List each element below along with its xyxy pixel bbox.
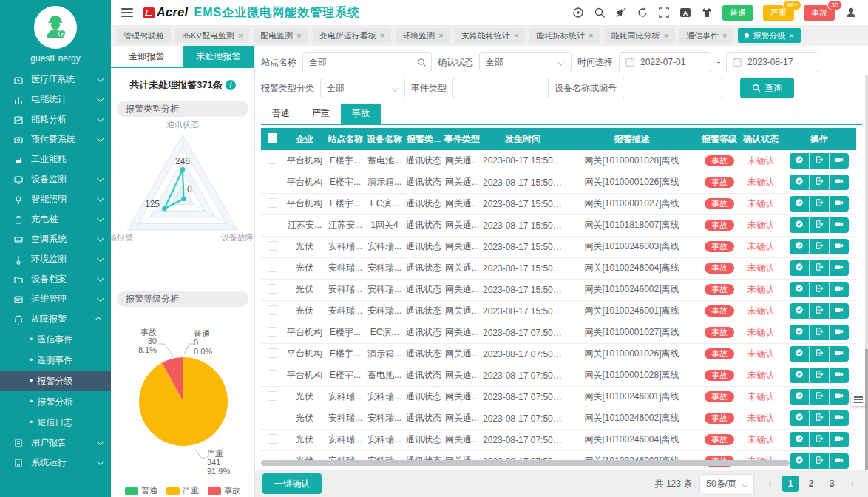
row-checkbox[interactable] — [268, 413, 277, 422]
theme-icon[interactable] — [701, 7, 713, 18]
export-action-button[interactable] — [810, 239, 830, 254]
confirm-action-button[interactable] — [790, 410, 810, 426]
confirm-action-button[interactable] — [790, 175, 810, 190]
confirm-action-button[interactable] — [790, 217, 810, 233]
row-checkbox[interactable] — [268, 241, 277, 251]
page-button-3[interactable]: 3 — [824, 476, 840, 492]
horizontal-scrollbar[interactable] — [261, 460, 790, 466]
confirm-action-button[interactable] — [790, 453, 810, 469]
sidebar-subitem-sms-log[interactable]: •短信日志 — [0, 412, 111, 433]
event-type-input[interactable] — [452, 78, 549, 98]
close-icon[interactable]: × — [380, 31, 384, 40]
export-action-button[interactable] — [810, 325, 830, 340]
nav-tab[interactable]: 变电所运行看板× — [313, 28, 391, 43]
video-action-button[interactable] — [830, 282, 849, 297]
video-action-button[interactable] — [830, 453, 849, 469]
close-icon[interactable]: × — [514, 31, 518, 40]
level-tab-事故[interactable]: 事故 — [341, 104, 381, 124]
video-action-button[interactable] — [830, 196, 849, 212]
close-icon[interactable]: × — [789, 31, 793, 40]
confirm-action-button[interactable] — [790, 303, 810, 319]
table-settings-handle[interactable] — [851, 393, 866, 406]
row-checkbox[interactable] — [268, 327, 277, 337]
export-action-button[interactable] — [810, 453, 830, 469]
close-icon[interactable]: × — [438, 31, 443, 40]
export-action-button[interactable] — [810, 303, 830, 319]
confirm-action-button[interactable] — [790, 239, 810, 254]
station-search-icon[interactable] — [413, 53, 431, 72]
confirm-action-button[interactable] — [790, 346, 810, 362]
confirm-action-button[interactable] — [790, 325, 810, 340]
export-action-button[interactable] — [810, 389, 830, 405]
legend-item[interactable]: 事故 — [208, 485, 240, 496]
nav-tab[interactable]: 35KV配电监测× — [175, 28, 249, 43]
summary-tab[interactable]: 全部报警 — [111, 46, 183, 67]
search-icon[interactable] — [594, 7, 606, 18]
alarm-type-select[interactable] — [320, 78, 405, 98]
sidebar-item-device-archive[interactable]: 设备档案 — [0, 269, 111, 289]
alarm-badge-normal[interactable]: 普通 — [722, 5, 753, 21]
export-action-button[interactable] — [810, 153, 830, 169]
close-icon[interactable]: × — [296, 31, 301, 40]
next-page-button[interactable]: › — [844, 476, 861, 492]
export-action-button[interactable] — [810, 432, 830, 447]
export-action-button[interactable] — [810, 346, 830, 362]
export-action-button[interactable] — [810, 410, 830, 426]
vertical-scrollbar[interactable] — [865, 75, 868, 490]
sidebar-item-prepaid[interactable]: 预付费系统 — [0, 129, 111, 149]
level-tab-普通[interactable]: 普通 — [261, 104, 301, 124]
sidebar-item-fault-alarm[interactable]: 故障报警 — [0, 309, 111, 329]
user-icon[interactable] — [844, 6, 858, 19]
fullscreen-icon[interactable] — [658, 7, 670, 18]
video-action-button[interactable] — [830, 325, 849, 340]
sidebar-item-charging-pile[interactable]: 充电桩 — [0, 209, 111, 229]
sidebar-item-user-report[interactable]: 用户报告 — [0, 433, 111, 453]
confirm-action-button[interactable] — [790, 432, 810, 447]
video-action-button[interactable] — [830, 303, 849, 319]
close-icon[interactable]: × — [722, 31, 727, 40]
level-tab-严重[interactable]: 严重 — [301, 104, 341, 124]
row-checkbox[interactable] — [268, 348, 277, 358]
page-button-2[interactable]: 2 — [803, 476, 819, 492]
row-checkbox[interactable] — [268, 155, 277, 164]
row-checkbox[interactable] — [268, 220, 277, 229]
export-action-button[interactable] — [810, 217, 830, 233]
export-action-button[interactable] — [810, 196, 830, 212]
video-action-button[interactable] — [830, 260, 849, 276]
close-icon[interactable]: × — [238, 31, 243, 40]
sidebar-subitem-alarm-classification[interactable]: •报警分级 — [0, 371, 111, 391]
date-to-input[interactable] — [726, 52, 818, 72]
sidebar-subitem-alarm-analysis[interactable]: •报警分析 — [0, 391, 111, 412]
info-icon[interactable]: i — [226, 80, 236, 90]
close-icon[interactable]: × — [589, 31, 593, 40]
export-action-button[interactable] — [810, 282, 830, 297]
row-checkbox[interactable] — [268, 284, 277, 294]
translate-icon[interactable]: A — [679, 7, 691, 18]
row-checkbox[interactable] — [268, 177, 277, 186]
confirm-action-button[interactable] — [790, 153, 810, 169]
device-name-value[interactable] — [623, 79, 722, 97]
summary-tab[interactable]: 未处理报警 — [183, 46, 254, 67]
sidebar-item-industrial-energy[interactable]: 工业能耗 — [0, 149, 111, 169]
legend-item[interactable]: 严重 — [166, 485, 199, 496]
confirm-all-button[interactable]: 一键确认 — [262, 473, 322, 494]
row-checkbox[interactable] — [268, 370, 277, 379]
sidebar-item-system-run[interactable]: 系统运行 — [0, 453, 111, 473]
station-input[interactable] — [303, 53, 413, 71]
row-checkbox[interactable] — [268, 305, 277, 315]
row-checkbox[interactable] — [268, 434, 277, 444]
legend-item[interactable]: 普通 — [125, 485, 157, 496]
sidebar-item-device-monitor[interactable]: 设备监测 — [0, 169, 111, 189]
device-name-input[interactable] — [623, 78, 722, 98]
page-size-select[interactable]: 50条/页 — [699, 474, 754, 493]
video-action-button[interactable] — [830, 346, 849, 362]
confirm-status-select[interactable] — [479, 52, 572, 72]
nav-tab[interactable]: 支路能耗统计× — [455, 28, 525, 43]
video-action-button[interactable] — [830, 175, 849, 190]
nav-tab[interactable]: 环境监测× — [396, 28, 450, 43]
sidebar-item-medical-it[interactable]: 医疗IT系统 — [0, 70, 111, 89]
row-checkbox[interactable] — [268, 263, 277, 272]
date-from-input[interactable] — [619, 52, 711, 72]
confirm-action-button[interactable] — [790, 260, 810, 276]
sidebar-item-ops-mgmt[interactable]: 运维管理 — [0, 289, 111, 309]
